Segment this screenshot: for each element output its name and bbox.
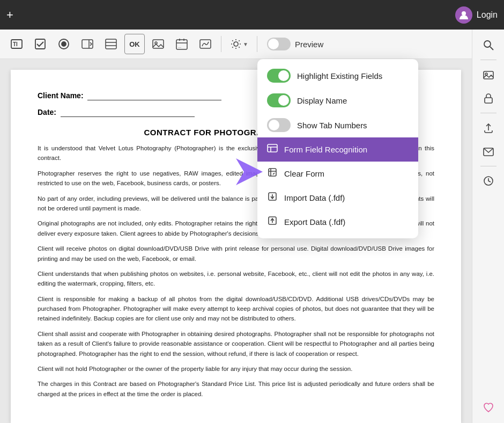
history-icon[interactable] [478, 171, 499, 191]
gear-dropdown-button[interactable]: ▼ [227, 36, 251, 52]
mail-icon[interactable] [478, 141, 499, 162]
dropdown-menu: Highlight Existing Fields Display Name S… [257, 59, 418, 238]
svg-point-5 [62, 42, 66, 46]
client-name-label: Client Name: [38, 91, 84, 100]
photo-library-icon[interactable] [478, 64, 499, 85]
paragraph-7: Client is responsible for making a backu… [38, 294, 434, 324]
display-name-toggle[interactable]: Display Name [257, 88, 418, 113]
clear-form-label: Clear Form [284, 169, 324, 178]
form-field-recognition-label: Form Field Recognition [284, 145, 367, 154]
login-button[interactable]: Login [455, 6, 498, 24]
export-data-button[interactable]: Export Data (.fdf) [257, 210, 418, 234]
ok-button-icon[interactable]: OK [124, 34, 145, 54]
combo-icon[interactable] [77, 34, 98, 54]
form-field-recognition-icon [267, 143, 278, 156]
svg-text:TI: TI [13, 41, 18, 47]
sidebar-sep-2 [480, 113, 496, 113]
export-data-label: Export Data (.fdf) [284, 217, 345, 227]
paragraph-9: Client will not hold Photographer or the… [38, 364, 434, 374]
date-input[interactable] [61, 108, 195, 117]
svg-rect-32 [269, 169, 276, 176]
svg-point-20 [484, 41, 491, 47]
clear-form-button[interactable]: Clear Form [257, 162, 418, 186]
svg-line-35 [273, 173, 275, 174]
paragraph-10: The charges in this Contract are based o… [38, 379, 434, 399]
radio-icon[interactable] [54, 34, 74, 54]
avatar [455, 6, 472, 24]
preview-toggle[interactable]: Preview [267, 38, 323, 50]
separator-2 [257, 36, 257, 52]
highlight-fields-label: Highlight Existing Fields [297, 71, 382, 81]
top-bar: + Login [0, 0, 504, 30]
login-label: Login [477, 10, 498, 20]
date-icon[interactable]: ... [172, 34, 192, 54]
svg-point-0 [462, 11, 466, 16]
heart-icon[interactable] [478, 397, 499, 418]
paragraph-6: Client understands that when publishing … [38, 269, 434, 289]
show-tab-numbers-switch[interactable] [267, 118, 291, 132]
paragraph-5: Client will receive photos on digital do… [38, 244, 434, 264]
toolbar: TI OK [0, 30, 472, 59]
text-field-icon[interactable]: TI [6, 34, 27, 54]
svg-text:...: ... [178, 45, 181, 48]
paragraph-8: Client shall assist and cooperate with P… [38, 329, 434, 359]
sidebar-sep-3 [480, 166, 496, 166]
import-data-button[interactable]: Import Data (.fdf) [257, 186, 418, 210]
sidebar-sep-1 [480, 60, 496, 60]
checkbox-icon[interactable] [30, 34, 50, 54]
add-button[interactable]: + [6, 8, 13, 22]
clear-form-icon [267, 167, 278, 180]
share-icon[interactable] [478, 118, 499, 138]
show-tab-numbers-label: Show Tab Numbers [297, 121, 367, 130]
export-data-icon [267, 215, 278, 229]
import-data-icon [267, 191, 278, 205]
display-name-switch[interactable] [267, 93, 291, 107]
display-name-label: Display Name [297, 96, 347, 105]
svg-rect-22 [484, 71, 493, 79]
image-icon[interactable] [148, 34, 168, 54]
svg-rect-3 [35, 39, 45, 49]
right-sidebar [472, 30, 504, 423]
signature-icon[interactable] [195, 34, 216, 54]
list-icon[interactable] [101, 34, 121, 54]
client-name-input[interactable] [87, 91, 221, 100]
lock-icon[interactable] [478, 88, 499, 108]
svg-line-21 [490, 47, 493, 50]
show-tab-numbers-toggle[interactable]: Show Tab Numbers [257, 113, 418, 137]
date-label: Date: [38, 108, 56, 116]
preview-switch[interactable] [267, 38, 291, 50]
svg-point-19 [234, 42, 238, 46]
form-field-recognition-button[interactable]: Form Field Recognition [257, 137, 418, 162]
preview-label: Preview [295, 40, 323, 49]
highlight-fields-switch[interactable] [267, 69, 291, 83]
search-icon[interactable] [478, 35, 499, 55]
svg-rect-24 [485, 98, 492, 103]
import-data-label: Import Data (.fdf) [284, 193, 345, 202]
highlight-fields-toggle[interactable]: Highlight Existing Fields [257, 63, 418, 88]
separator-1 [221, 36, 221, 52]
svg-rect-29 [268, 144, 277, 152]
svg-rect-8 [106, 39, 116, 49]
gear-caret-icon: ▼ [243, 41, 248, 47]
svg-marker-28 [236, 158, 263, 185]
svg-rect-11 [153, 40, 164, 48]
